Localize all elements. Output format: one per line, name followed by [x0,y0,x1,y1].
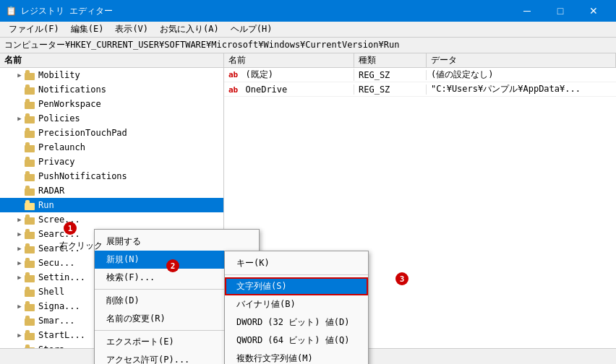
folder-icon [25,243,36,254]
tree-label: PushNotifications [38,171,127,181]
address-path: コンピューター¥HKEY_CURRENT_USER¥SOFTWARE¥Micro… [4,39,399,51]
maximize-button[interactable]: □ [544,0,577,22]
tree-label: Prelaunch [38,142,85,152]
folder-icon [25,99,36,109]
folder-icon [25,316,36,326]
arrow-icon: ▶ [14,245,25,252]
arrow-icon: ▶ [14,259,25,266]
tree-item-run[interactable]: Run [0,198,223,212]
folder-icon [25,214,36,225]
folder-icon [25,70,36,80]
ab-icon: ab [228,85,238,95]
tree-label: Settin... [38,272,85,282]
tree-item-radar[interactable]: RADAR [0,183,223,198]
sub-separator [225,274,368,275]
tree-label: Run [38,200,54,210]
cell-name-onedrive: ab OneDrive [224,84,354,95]
tree-item-mobility[interactable]: ▶ Mobility [0,68,223,82]
tree-label: RADAR [38,186,64,196]
tree-item-scree[interactable]: ▶ Scree... [0,212,223,227]
cell-type-default: REG_SZ [354,70,427,80]
folder-icon [25,142,36,152]
right-row-default[interactable]: ab (既定) REG_SZ (値の設定なし) [224,68,616,82]
folder-icon [25,128,36,138]
right-rows: ab (既定) REG_SZ (値の設定なし) ab OneDrive REG_… [224,68,616,97]
minimize-button[interactable]: ─ [510,0,544,22]
app-icon: 📋 [6,6,17,16]
cell-data-default: (値の設定なし) [427,69,616,81]
tree-label: Secu... [38,258,75,268]
main-area: 名前 ▶ Mobility Notifications PenWorkspace [0,53,616,348]
arrow-icon: ▶ [14,230,25,238]
tree-label: Notifications [38,84,106,95]
folder-icon [25,157,36,167]
tree-header: 名前 [0,53,223,68]
folder-icon [25,258,36,268]
tree-label: Policies [38,113,80,124]
cell-name-default-label: (既定) [245,69,273,79]
folder-icon [25,171,36,181]
ab-icon: ab [228,70,238,79]
ctx-new-label: 新規(N) [106,254,140,266]
folder-icon [25,229,36,239]
arrow-icon: ▶ [14,72,25,79]
sub-item-multistring[interactable]: 複数行文字列値(M) [225,350,368,364]
tree-item-notifications[interactable]: Notifications [0,82,223,97]
title-bar-title: レジストリ エディター [21,5,113,17]
tree-item-penworkspace[interactable]: PenWorkspace [0,97,223,111]
arrow-icon: ▶ [14,303,25,310]
folder-icon [25,113,36,124]
sub-item-key[interactable]: キー(K) [225,254,368,272]
arrow-icon: ▶ [14,274,25,281]
folder-icon [25,186,36,196]
arrow-icon: ▶ [14,216,25,223]
menu-file[interactable]: ファイル(F) [3,22,65,37]
tree-item-precisiontouchpad[interactable]: PrecisionTouchPad [0,126,223,140]
arrow-icon: ▶ [14,115,25,122]
col-header-name: 名前 [224,53,354,67]
folder-icon [25,301,36,311]
tree-label: Signa... [38,301,80,311]
ctx-item-expand[interactable]: 展開する [95,233,259,251]
close-button[interactable]: ✕ [577,0,610,22]
tree-label: Privacy [38,157,75,167]
badge-3: 3 [395,272,408,285]
tree-item-pushnotifications[interactable]: PushNotifications [0,169,223,183]
tree-item-prelaunch[interactable]: Prelaunch [0,140,223,155]
tree-label: StartL... [38,330,85,340]
right-row-onedrive[interactable]: ab OneDrive REG_SZ "C:¥Users¥パンプル¥AppDat… [224,82,616,97]
sub-item-string[interactable]: 文字列値(S) [225,277,368,295]
badge-1: 1 [64,222,77,235]
badge-2: 2 [166,259,179,272]
folder-icon [25,200,36,210]
col-header-type: 種類 [354,53,427,67]
tree-label: Mobility [38,70,80,80]
submenu: キー(K) 文字列値(S) バイナリ値(B) DWORD (32 ビット) 値(… [224,251,369,364]
menu-help[interactable]: ヘルプ(H) [225,22,278,37]
title-bar: 📋 レジストリ エディター ─ □ ✕ [0,0,616,22]
menu-bar: ファイル(F) 編集(E) 表示(V) お気に入り(A) ヘルプ(H) [0,22,616,38]
menu-favorites[interactable]: お気に入り(A) [154,22,225,37]
tree-label: Smar... [38,316,75,326]
sub-item-dword[interactable]: DWORD (32 ビット) 値(D) [225,313,368,332]
tree-label: Shell [38,287,64,297]
col-header-data: データ [427,53,616,67]
cell-name-onedrive-label: OneDrive [245,84,287,95]
cell-name-default: ab (既定) [224,69,354,81]
cell-data-onedrive: "C:¥Users¥パンプル¥AppData¥... [427,83,616,95]
arrow-icon: ▶ [14,332,25,339]
menu-edit[interactable]: 編集(E) [65,22,110,37]
sub-item-binary[interactable]: バイナリ値(B) [225,295,368,313]
tree-item-privacy[interactable]: Privacy [0,155,223,169]
tree-item-policies[interactable]: ▶ Policies [0,111,223,126]
folder-icon [25,84,36,95]
folder-icon [25,272,36,282]
folder-icon [25,287,36,297]
menu-view[interactable]: 表示(V) [109,22,154,37]
cell-type-onedrive: REG_SZ [354,84,427,95]
sub-item-qword[interactable]: QWORD (64 ビット) 値(Q) [225,332,368,350]
folder-icon [25,330,36,340]
tree-label: PenWorkspace [38,99,101,109]
right-panel-header: 名前 種類 データ [224,53,616,68]
tree-label: PrecisionTouchPad [38,128,127,138]
